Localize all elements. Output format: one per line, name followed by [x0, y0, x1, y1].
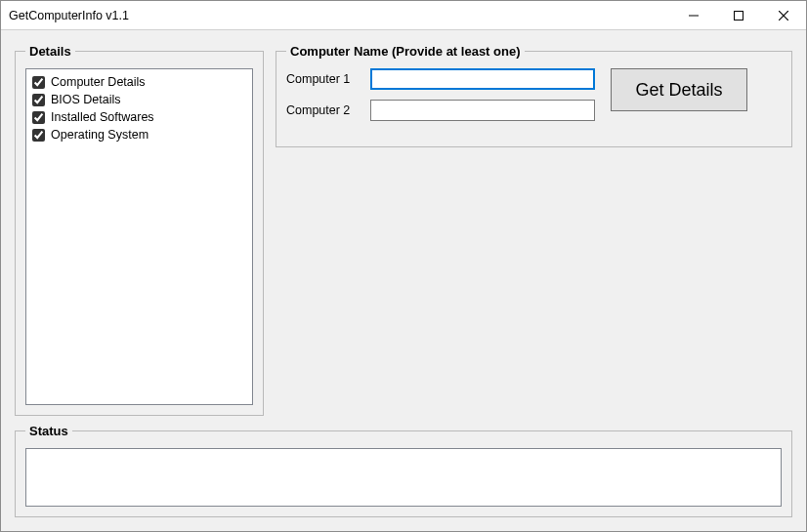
details-item-computer-details[interactable]: Computer Details	[32, 73, 246, 91]
checkbox-installed-softwares[interactable]	[32, 111, 45, 124]
details-list[interactable]: Computer Details BIOS Details Installed …	[25, 68, 253, 405]
computer-name-group: Computer Name (Provide at least one) Com…	[276, 44, 792, 147]
details-item-bios-details[interactable]: BIOS Details	[32, 91, 246, 108]
details-item-installed-softwares[interactable]: Installed Softwares	[32, 108, 246, 126]
details-label: Operating System	[51, 128, 149, 142]
computer1-input[interactable]	[370, 68, 595, 90]
computer-name-fields: Computer 1 Computer 2	[286, 68, 595, 121]
get-details-button[interactable]: Get Details	[611, 68, 747, 111]
client-area: Details Computer Details BIOS Details In…	[1, 30, 806, 531]
titlebar: GetComputerInfo v1.1	[1, 1, 806, 30]
maximize-button[interactable]	[716, 1, 761, 29]
status-output	[25, 448, 782, 507]
status-legend: Status	[25, 424, 72, 438]
details-group: Details Computer Details BIOS Details In…	[15, 44, 264, 416]
computer2-label: Computer 2	[286, 103, 364, 117]
window-title: GetComputerInfo v1.1	[1, 9, 671, 22]
details-legend: Details	[25, 44, 75, 59]
minimize-icon	[689, 11, 699, 20]
minimize-button[interactable]	[671, 1, 716, 29]
computer1-label: Computer 1	[286, 72, 364, 86]
computer-name-inner: Computer 1 Computer 2 Get Details	[286, 68, 782, 121]
svg-rect-1	[735, 11, 743, 20]
top-row: Details Computer Details BIOS Details In…	[15, 44, 792, 416]
computer2-input[interactable]	[370, 100, 595, 121]
details-label: Installed Softwares	[51, 110, 154, 124]
main-window: GetComputerInfo v1.1 Details Computer De…	[0, 0, 807, 532]
window-controls	[671, 1, 806, 29]
details-item-operating-system[interactable]: Operating System	[32, 126, 246, 143]
maximize-icon	[734, 11, 743, 20]
close-button[interactable]	[761, 1, 806, 29]
details-label: BIOS Details	[51, 93, 121, 106]
close-icon	[779, 11, 788, 20]
status-group: Status	[15, 424, 792, 517]
checkbox-bios-details[interactable]	[32, 94, 45, 106]
checkbox-computer-details[interactable]	[32, 76, 45, 89]
checkbox-operating-system[interactable]	[32, 129, 45, 142]
computer-name-legend: Computer Name (Provide at least one)	[286, 44, 525, 59]
details-label: Computer Details	[51, 75, 146, 89]
